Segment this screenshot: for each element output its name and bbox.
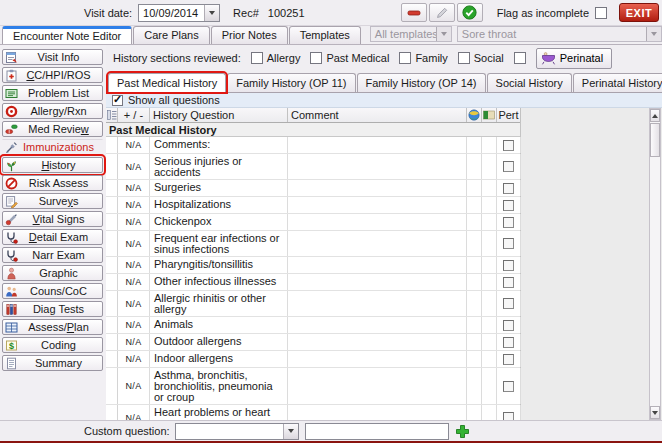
pert-checkbox[interactable]	[503, 200, 514, 211]
main-tab[interactable]: Prior Notes	[211, 26, 288, 44]
row-comment[interactable]	[288, 274, 467, 290]
pert-checkbox[interactable]	[503, 337, 514, 348]
main-tab[interactable]: Templates	[289, 26, 361, 44]
sidebar-item-diag-tests[interactable]: Diag Tests	[2, 301, 103, 317]
approve-note-button[interactable]	[457, 3, 483, 22]
question-row[interactable]: N/A Comments:	[106, 137, 520, 154]
row-status[interactable]: N/A	[118, 368, 150, 404]
custom-question-select[interactable]	[175, 423, 299, 440]
scroll-up-button[interactable]	[650, 109, 660, 122]
question-row[interactable]: N/A Pharyngitis/tonsillitis	[106, 257, 520, 274]
question-row[interactable]: N/A Animals	[106, 317, 520, 334]
comment-column-header[interactable]: Comment	[288, 108, 467, 122]
history-tab[interactable]: Past Medical History	[108, 73, 226, 92]
perinatal-button[interactable]: Perinatal	[536, 48, 612, 69]
row-comment[interactable]	[288, 197, 467, 213]
question-row[interactable]: N/A Outdoor allergens	[106, 334, 520, 351]
pert-checkbox[interactable]	[503, 260, 514, 271]
scroll-down-button[interactable]	[650, 406, 660, 419]
main-tab[interactable]: Care Plans	[133, 26, 209, 44]
row-status[interactable]: N/A	[118, 405, 150, 420]
scrollbar-track[interactable]	[650, 157, 660, 406]
review-checkbox[interactable]	[458, 52, 470, 64]
visit-date-dropdown-button[interactable]	[204, 5, 219, 21]
pert-checkbox[interactable]	[503, 161, 514, 172]
sidebar-item-detail-exam[interactable]: Detail Exam	[2, 229, 103, 245]
pert-checkbox[interactable]	[503, 381, 514, 392]
review-checkbox[interactable]	[514, 52, 526, 64]
pert-checkbox[interactable]	[503, 354, 514, 365]
flag-incomplete-checkbox[interactable]	[595, 7, 607, 19]
sidebar-item-summary[interactable]: Summary	[2, 355, 103, 371]
question-row[interactable]: N/A Allergic rhinitis or other allergy	[106, 291, 520, 317]
row-comment[interactable]	[288, 137, 467, 153]
history-tab[interactable]: Social History	[487, 73, 572, 92]
history-tab[interactable]: Family History (OP 14)	[357, 73, 486, 92]
question-row[interactable]: N/A Hospitalizations	[106, 197, 520, 214]
remove-note-button[interactable]	[401, 3, 427, 22]
question-row[interactable]: N/A Asthma, bronchitis, bronchiolitis, p…	[106, 368, 520, 405]
row-status[interactable]: N/A	[118, 180, 150, 196]
review-checkbox[interactable]	[310, 52, 322, 64]
row-comment[interactable]	[288, 257, 467, 273]
sidebar-item-cc-hpi-ros[interactable]: CC/HPI/ROS	[2, 67, 103, 83]
sidebar-item-vital-signs[interactable]: Vital Signs	[2, 211, 103, 227]
history-tab[interactable]: Perinatal History	[573, 73, 662, 92]
row-status[interactable]: N/A	[118, 197, 150, 213]
pert-checkbox[interactable]	[503, 140, 514, 151]
row-status[interactable]: N/A	[118, 137, 150, 153]
row-status[interactable]: N/A	[118, 291, 150, 316]
row-comment[interactable]	[288, 317, 467, 333]
visit-date-select[interactable]: 10/09/2014	[138, 4, 220, 22]
question-row[interactable]: N/A Chickenpox	[106, 214, 520, 231]
sidebar-item-surveys[interactable]: Surveys	[2, 193, 103, 209]
row-status[interactable]: N/A	[118, 351, 150, 367]
sidebar-item-risk-assess[interactable]: Risk Assess	[2, 175, 103, 191]
pert-checkbox[interactable]	[503, 277, 514, 288]
row-comment[interactable]	[288, 214, 467, 230]
sidebar-item-history[interactable]: History	[2, 157, 103, 173]
show-all-checkbox[interactable]	[112, 95, 123, 106]
row-comment[interactable]	[288, 368, 467, 404]
row-status[interactable]: N/A	[118, 231, 150, 256]
question-row[interactable]: N/A Surgeries	[106, 180, 520, 197]
question-row[interactable]: N/A Other infectious illnesses	[106, 274, 520, 291]
question-column-header[interactable]: History Question	[150, 108, 288, 122]
sidebar-item-med-review[interactable]: Med Review	[2, 121, 103, 137]
row-status[interactable]: N/A	[118, 334, 150, 350]
custom-question-dropdown-button[interactable]	[283, 424, 298, 439]
row-comment[interactable]	[288, 334, 467, 350]
row-comment[interactable]	[288, 291, 467, 316]
question-row[interactable]: N/A Indoor allergens	[106, 351, 520, 368]
review-checkbox[interactable]	[251, 52, 263, 64]
row-status[interactable]: N/A	[118, 317, 150, 333]
row-comment[interactable]	[288, 231, 467, 256]
row-status[interactable]: N/A	[118, 154, 150, 179]
flag-column-header[interactable]	[482, 108, 497, 122]
row-comment[interactable]	[288, 351, 467, 367]
sidebar-item-coding[interactable]: $ Coding	[2, 337, 103, 353]
pert-checkbox[interactable]	[503, 320, 514, 331]
edit-note-button[interactable]	[429, 3, 455, 22]
row-status[interactable]: N/A	[118, 214, 150, 230]
plusminus-column-header[interactable]: + / -	[118, 108, 150, 122]
pert-checkbox[interactable]	[503, 183, 514, 194]
sidebar-item-immunizations[interactable]: Immunizations	[2, 139, 103, 155]
main-tab[interactable]: Encounter Note Editor	[2, 26, 132, 44]
sidebar-item-problem-list[interactable]: Problem List	[2, 85, 103, 101]
exit-button[interactable]: EXIT	[619, 3, 659, 22]
row-status[interactable]: N/A	[118, 257, 150, 273]
sidebar-item-assess-plan[interactable]: Assess/Plan	[2, 319, 103, 335]
add-custom-question-button[interactable]	[454, 422, 472, 440]
pert-checkbox[interactable]	[503, 238, 514, 249]
vertical-scrollbar[interactable]	[649, 108, 661, 420]
pert-column-header[interactable]: Pert	[497, 108, 521, 122]
row-comment[interactable]	[288, 154, 467, 179]
sidebar-item-narr-exam[interactable]: Narr Exam	[2, 247, 103, 263]
custom-question-input[interactable]	[305, 423, 449, 440]
sidebar-item-visit-info[interactable]: Visit Info	[2, 49, 103, 65]
question-row[interactable]: N/A Heart problems or heart murmur	[106, 405, 520, 420]
grid-group-row[interactable]: Past Medical History	[106, 123, 520, 137]
web-column-header[interactable]	[467, 108, 482, 122]
sidebar-item-graphic[interactable]: Graphic	[2, 265, 103, 281]
